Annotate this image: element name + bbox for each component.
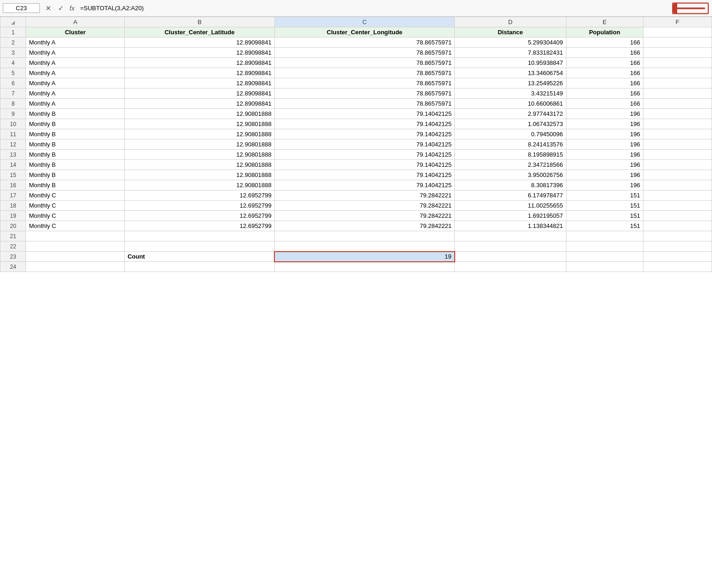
- cell-d[interactable]: 13.34606754: [455, 68, 566, 78]
- cell-e[interactable]: 196: [566, 139, 643, 150]
- cell-c[interactable]: 78.86575971: [274, 89, 454, 99]
- cell-e[interactable]: 196: [566, 129, 643, 139]
- cell-a[interactable]: Monthly B: [26, 160, 125, 170]
- cell-c[interactable]: 79.14042125: [274, 119, 454, 129]
- cell-empty[interactable]: [274, 231, 454, 241]
- cell-f[interactable]: [643, 150, 712, 160]
- cell-f1[interactable]: [643, 27, 712, 38]
- cell-f[interactable]: [643, 89, 712, 99]
- cell-a[interactable]: Monthly B: [26, 129, 125, 139]
- cell-c[interactable]: 78.86575971: [274, 38, 454, 48]
- cell-f[interactable]: [643, 170, 712, 180]
- cell-c[interactable]: 78.86575971: [274, 78, 454, 89]
- cell-d[interactable]: 10.95938847: [455, 58, 566, 68]
- cell-d[interactable]: 8.195898915: [455, 150, 566, 160]
- cell-c[interactable]: 79.14042125: [274, 170, 454, 180]
- cell-f[interactable]: [643, 221, 712, 231]
- cell-empty[interactable]: [125, 262, 275, 272]
- cell-a[interactable]: Monthly A: [26, 78, 125, 89]
- cell-empty[interactable]: [643, 231, 712, 241]
- cell-b[interactable]: 12.90801888: [125, 170, 275, 180]
- cell-b[interactable]: 12.90801888: [125, 150, 275, 160]
- cell-d[interactable]: 13.25495226: [455, 78, 566, 89]
- cell-empty[interactable]: [566, 262, 643, 272]
- cell-empty[interactable]: [125, 241, 275, 252]
- confirm-icon[interactable]: ✓: [56, 4, 66, 13]
- cell-b[interactable]: 12.90801888: [125, 160, 275, 170]
- header-longitude[interactable]: Cluster_Center_Longitude: [274, 27, 454, 38]
- cell-b[interactable]: 12.89098841: [125, 68, 275, 78]
- cell-f[interactable]: [643, 68, 712, 78]
- cell-d[interactable]: 3.43215149: [455, 89, 566, 99]
- col-header-d[interactable]: D: [455, 17, 566, 27]
- cell-a23[interactable]: [26, 252, 125, 262]
- cell-e[interactable]: 196: [566, 170, 643, 180]
- cell-a[interactable]: Monthly A: [26, 68, 125, 78]
- col-header-e[interactable]: E: [566, 17, 643, 27]
- cell-c[interactable]: 79.2842221: [274, 221, 454, 231]
- cell-c[interactable]: 78.86575971: [274, 58, 454, 68]
- cell-c[interactable]: 79.14042125: [274, 160, 454, 170]
- cell-d23[interactable]: [455, 252, 566, 262]
- cell-e[interactable]: 196: [566, 109, 643, 119]
- cell-b[interactable]: 12.89098841: [125, 99, 275, 109]
- cell-b[interactable]: 12.89098841: [125, 58, 275, 68]
- cell-c[interactable]: 79.2842221: [274, 211, 454, 221]
- cell-e[interactable]: 166: [566, 78, 643, 89]
- cell-empty[interactable]: [274, 241, 454, 252]
- cell-d[interactable]: 8.241413576: [455, 139, 566, 150]
- col-header-b[interactable]: B: [125, 17, 275, 27]
- cell-f[interactable]: [643, 119, 712, 129]
- cell-e[interactable]: 196: [566, 150, 643, 160]
- cell-e[interactable]: 166: [566, 99, 643, 109]
- cell-reference-box[interactable]: C23: [3, 3, 40, 13]
- cell-c[interactable]: 79.14042125: [274, 180, 454, 190]
- cell-d[interactable]: 6.174978477: [455, 190, 566, 201]
- cell-e[interactable]: 151: [566, 221, 643, 231]
- cell-d[interactable]: 1.692195057: [455, 211, 566, 221]
- cell-e[interactable]: 166: [566, 48, 643, 58]
- cell-a[interactable]: Monthly C: [26, 221, 125, 231]
- cell-e[interactable]: 196: [566, 119, 643, 129]
- cell-b[interactable]: 12.90801888: [125, 129, 275, 139]
- cell-b[interactable]: 12.90801888: [125, 119, 275, 129]
- cell-b[interactable]: 12.89098841: [125, 38, 275, 48]
- cell-a[interactable]: Monthly C: [26, 211, 125, 221]
- cell-d[interactable]: 1.067432573: [455, 119, 566, 129]
- cell-a[interactable]: Monthly B: [26, 180, 125, 190]
- cell-empty[interactable]: [26, 262, 125, 272]
- count-value-cell[interactable]: 19: [274, 252, 454, 262]
- cell-d[interactable]: 7.833182431: [455, 48, 566, 58]
- cell-a[interactable]: Monthly B: [26, 139, 125, 150]
- cell-f23[interactable]: [643, 252, 712, 262]
- cell-c[interactable]: 78.86575971: [274, 48, 454, 58]
- cell-a[interactable]: Monthly A: [26, 38, 125, 48]
- cell-f[interactable]: [643, 109, 712, 119]
- cell-f[interactable]: [643, 38, 712, 48]
- header-latitude[interactable]: Cluster_Center_Latitude: [125, 27, 275, 38]
- cell-b[interactable]: 12.90801888: [125, 139, 275, 150]
- cell-f[interactable]: [643, 99, 712, 109]
- header-distance[interactable]: Distance: [455, 27, 566, 38]
- cell-d[interactable]: 3.950026756: [455, 170, 566, 180]
- cell-c[interactable]: 79.14042125: [274, 109, 454, 119]
- cell-d[interactable]: 11.00255655: [455, 201, 566, 211]
- cell-f[interactable]: [643, 129, 712, 139]
- cell-b[interactable]: 12.6952799: [125, 201, 275, 211]
- cell-e[interactable]: 166: [566, 58, 643, 68]
- cell-b[interactable]: 12.89098841: [125, 89, 275, 99]
- cell-empty[interactable]: [643, 262, 712, 272]
- cell-f[interactable]: [643, 201, 712, 211]
- cell-b[interactable]: 12.6952799: [125, 211, 275, 221]
- col-header-f[interactable]: F: [643, 17, 712, 27]
- cell-a[interactable]: Monthly A: [26, 48, 125, 58]
- cell-e[interactable]: 166: [566, 89, 643, 99]
- cell-c[interactable]: 79.14042125: [274, 139, 454, 150]
- cell-empty[interactable]: [643, 241, 712, 252]
- cell-a[interactable]: Monthly B: [26, 109, 125, 119]
- cell-a[interactable]: Monthly C: [26, 190, 125, 201]
- header-population[interactable]: Population: [566, 27, 643, 38]
- cell-a[interactable]: Monthly A: [26, 89, 125, 99]
- cell-e[interactable]: 151: [566, 201, 643, 211]
- cell-f[interactable]: [643, 58, 712, 68]
